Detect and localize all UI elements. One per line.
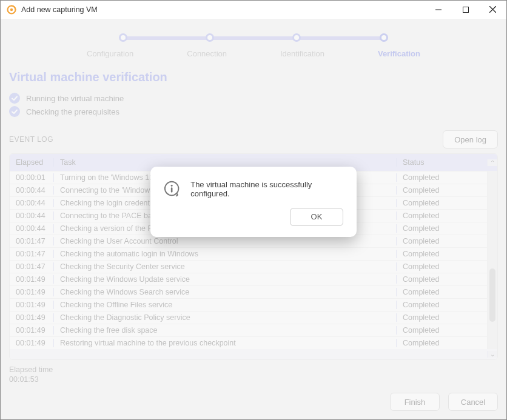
- cell-task: Restoring virtual machine to the previou…: [53, 339, 396, 347]
- table-row[interactable]: 00:01:47Checking the automatic login in …: [10, 247, 487, 260]
- check-item: Checking the prerequisites: [9, 106, 498, 117]
- table-row[interactable]: 00:01:49Restoring virtual machine to the…: [10, 336, 487, 349]
- check-label: Running the virtual machine: [26, 94, 124, 103]
- cell-elapsed: 00:01:49: [10, 288, 53, 296]
- cell-task: Checking the Offline Files service: [53, 301, 396, 309]
- table-row[interactable]: 00:01:49Checking the Diagnostic Policy s…: [10, 311, 487, 324]
- confirm-dialog: The virtual machine is successfully conf…: [150, 167, 357, 237]
- cell-elapsed: 00:00:44: [10, 186, 53, 195]
- cell-status: Completed: [396, 199, 487, 207]
- cell-elapsed: 00:01:47: [10, 237, 53, 245]
- cell-status: Completed: [396, 250, 487, 258]
- cell-task: Checking the Windows Update service: [53, 275, 396, 284]
- maximize-icon: [463, 7, 469, 13]
- col-header-status[interactable]: Status: [396, 158, 487, 167]
- table-row[interactable]: 00:01:49Checking the Offline Files servi…: [10, 298, 487, 311]
- cell-elapsed: 00:00:44: [10, 212, 53, 220]
- ok-button[interactable]: OK: [290, 208, 343, 226]
- table-row[interactable]: 00:01:49Checking the Windows Search serv…: [10, 285, 487, 298]
- col-header-task[interactable]: Task: [53, 158, 396, 167]
- section-title: Virtual machine verification: [9, 70, 498, 84]
- svg-point-4: [9, 106, 20, 117]
- cell-status: Completed: [396, 224, 487, 233]
- minimize-icon: [435, 7, 442, 13]
- cell-status: Completed: [396, 301, 487, 309]
- cell-elapsed: 00:01:49: [10, 326, 53, 335]
- cell-status: Completed: [396, 275, 487, 284]
- dialog-text: The virtual machine is successfully conf…: [190, 180, 343, 198]
- cell-elapsed: 00:01:49: [10, 301, 53, 309]
- check-label: Checking the prerequisites: [26, 107, 119, 116]
- svg-point-3: [9, 93, 20, 104]
- cell-elapsed: 00:01:49: [10, 339, 53, 347]
- cell-status: Completed: [396, 339, 487, 347]
- cell-status: Completed: [396, 173, 487, 182]
- titlebar: Add new capturing VM: [1, 1, 506, 19]
- window-title: Add new capturing VM: [21, 5, 425, 14]
- scroll-up-button[interactable]: ⌃: [487, 159, 497, 166]
- cell-elapsed: 00:01:49: [10, 275, 53, 284]
- footer-buttons: Finish Cancel: [9, 384, 498, 411]
- cell-elapsed: 00:01:49: [10, 313, 53, 322]
- scrollbar[interactable]: [487, 171, 497, 349]
- svg-point-6: [171, 185, 173, 187]
- close-button[interactable]: [479, 1, 506, 19]
- cell-elapsed: 00:00:01: [10, 173, 53, 182]
- svg-point-1: [10, 8, 13, 10]
- close-icon: [489, 6, 496, 13]
- minimize-button[interactable]: [425, 1, 452, 19]
- cell-status: Completed: [396, 326, 487, 335]
- cell-task: Checking the User Account Control: [53, 237, 396, 245]
- scroll-down-button[interactable]: ⌄: [487, 351, 497, 358]
- table-row[interactable]: 00:01:47Checking the Security Center ser…: [10, 260, 487, 273]
- finish-button[interactable]: Finish: [390, 393, 440, 411]
- elapsed-time-label: Elapsed time: [9, 365, 498, 375]
- svg-rect-2: [463, 7, 468, 12]
- maximize-button[interactable]: [452, 1, 479, 19]
- svg-rect-7: [171, 187, 173, 192]
- stepper-label: Configuration: [87, 49, 133, 58]
- stepper-track: [123, 32, 384, 42]
- stepper-label: Verification: [378, 49, 420, 58]
- cell-elapsed: 00:00:44: [10, 224, 53, 233]
- check-icon: [9, 106, 20, 117]
- cell-elapsed: 00:01:47: [10, 250, 53, 258]
- table-row[interactable]: 00:01:49Checking the free disk spaceComp…: [10, 324, 487, 336]
- elapsed-time-value: 00:01:53: [9, 375, 498, 384]
- cell-status: Completed: [396, 186, 487, 195]
- stepper: ConfigurationConnectionIdentificationVer…: [9, 25, 498, 67]
- cell-task: Checking the Security Center service: [53, 262, 396, 271]
- col-header-elapsed[interactable]: Elapsed: [10, 158, 53, 167]
- cell-task: Checking the automatic login in Windows: [53, 250, 396, 258]
- elapsed-time: Elapsed time 00:01:53: [9, 365, 498, 385]
- cell-elapsed: 00:00:44: [10, 199, 53, 207]
- cell-status: Completed: [396, 237, 487, 245]
- table-row[interactable]: 00:01:49Checking the Windows Update serv…: [10, 273, 487, 285]
- check-item: Running the virtual machine: [9, 93, 498, 104]
- cell-task: Checking the free disk space: [53, 326, 396, 335]
- app-icon: [7, 5, 16, 15]
- cell-status: Completed: [396, 313, 487, 322]
- stepper-label: Connection: [187, 49, 227, 58]
- stepper-label: Identification: [280, 49, 324, 58]
- info-icon: [164, 180, 181, 198]
- cell-task: Checking the Diagnostic Policy service: [53, 313, 396, 322]
- event-log-label: EVENT LOG: [9, 135, 53, 144]
- cancel-button[interactable]: Cancel: [448, 393, 498, 411]
- cell-status: Completed: [396, 262, 487, 271]
- cell-status: Completed: [396, 212, 487, 220]
- cell-task: Checking the Windows Search service: [53, 288, 396, 296]
- open-log-button[interactable]: Open log: [443, 130, 498, 148]
- cell-elapsed: 00:01:47: [10, 262, 53, 271]
- check-icon: [9, 93, 20, 104]
- window: Add new capturing VM ConfigurationConnec…: [0, 0, 507, 420]
- cell-status: Completed: [396, 288, 487, 296]
